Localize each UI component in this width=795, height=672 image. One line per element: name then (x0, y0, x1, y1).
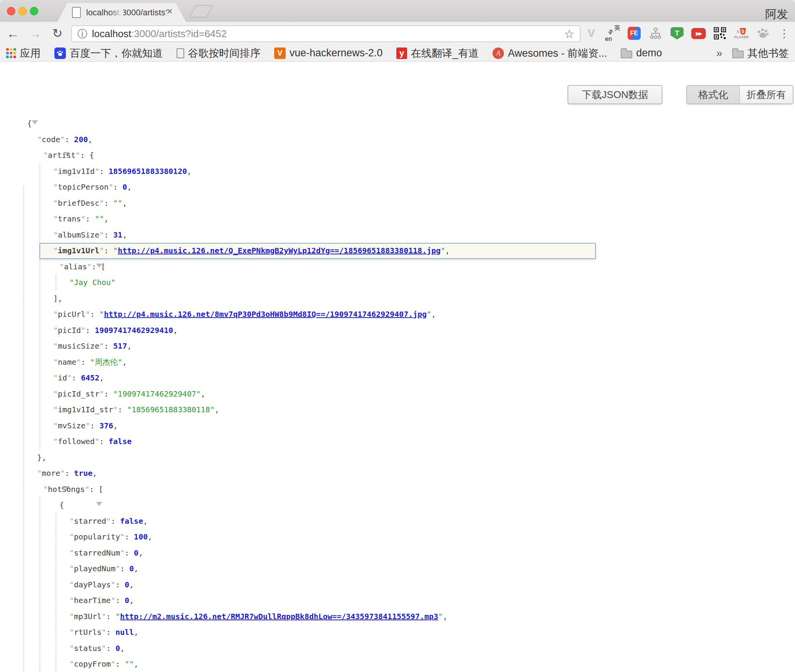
json-key: mp3Url (74, 612, 101, 621)
qrcode-extension-icon[interactable] (709, 22, 731, 45)
bookmark-star-icon[interactable]: ☆ (564, 27, 574, 41)
json-key-quote: " (69, 580, 74, 589)
format-button[interactable]: 格式化 (687, 86, 740, 103)
json-value-number: 0 (123, 182, 127, 192)
json-comma: , (99, 373, 104, 382)
json-comma: , (187, 167, 191, 176)
json-key-quote: " (69, 516, 74, 526)
json-value-number: 376 (99, 421, 113, 430)
tab-close-icon[interactable]: × (164, 5, 175, 17)
qr-code-icon (714, 27, 726, 39)
sitemap-extension-icon[interactable] (645, 22, 666, 45)
paw-extension-icon[interactable] (752, 22, 774, 45)
tampermonkey-extension-icon[interactable]: T (666, 22, 688, 45)
json-key-quote: " (99, 230, 104, 239)
json-key-quote: " (69, 548, 74, 557)
json-colon: : (65, 135, 74, 144)
json-value-number: 0 (129, 564, 134, 573)
json-value-string: "19097417462929407" (113, 389, 201, 398)
json-comma: , (134, 564, 139, 573)
json-key-quote: " (113, 405, 118, 414)
other-bookmarks-folder[interactable]: 其他书签 (732, 46, 789, 60)
collapse-toggle-icon[interactable] (96, 502, 102, 515)
url-text[interactable]: localhost:3000/artists?id=6452 (92, 28, 559, 40)
fullscreen-window-button[interactable] (30, 7, 38, 15)
json-value-number: true (74, 469, 92, 478)
json-value-number: 517 (113, 341, 127, 351)
json-string-quote: " (99, 310, 104, 319)
page-info-icon[interactable]: ⓘ (77, 27, 87, 41)
json-value-link[interactable]: http://p4.music.126.net/8mv7qP30Pd3oHW8b… (104, 310, 427, 319)
json-value-number: 6452 (81, 373, 99, 382)
back-button[interactable]: ← (2, 22, 24, 45)
address-bar[interactable]: ⓘ localhost:3000/artists?id=6452 ☆ (71, 25, 581, 42)
json-key-quote: " (69, 532, 74, 541)
bookmark-youdao-translate[interactable]: y 在线翻译_有道 (396, 46, 479, 60)
bookmarks-bar: 应用 百度一下，你就知道 谷歌按时间排序 V vue-hackernews-2.… (0, 45, 795, 62)
json-colon: : (90, 421, 99, 430)
forward-button[interactable]: → (25, 22, 46, 45)
json-line-img1v1Url: "img1v1Url": "http://p4.music.126.net/Q_… (0, 243, 795, 259)
json-key: followed (58, 437, 95, 446)
view-mode-toggle: 格式化 折叠所有 (686, 85, 793, 104)
bookmarks-overflow-chevron[interactable]: » (716, 47, 722, 59)
bookmark-demo-folder[interactable]: demo (621, 47, 662, 59)
json-colon: : (115, 596, 124, 605)
json-line-copyFrom: "copyFrom": "", (0, 656, 795, 672)
json-key-quote: " (69, 659, 74, 669)
json-line-id: "id": 6452, (0, 370, 795, 386)
json-key: img1v1Url (58, 246, 99, 255)
bookmark-baidu[interactable]: 百度一下，你就知道 (54, 46, 163, 60)
browser-menu-button[interactable]: ⋮ (774, 22, 795, 45)
awesomes-icon: A (492, 48, 504, 59)
json-close-bracket: ], (53, 294, 62, 303)
collapse-all-button[interactable]: 折叠所有 (740, 86, 793, 103)
json-key-quote: " (115, 564, 120, 573)
json-key: dayPlays (74, 580, 111, 589)
json-line-popularity: "popularity": 100, (0, 529, 795, 545)
json-value-link[interactable]: http://p4.music.126.net/Q_ExePNkmgB2yWyL… (118, 246, 441, 255)
json-key: starred (74, 516, 106, 526)
fe-extension-icon[interactable]: FE (623, 22, 645, 45)
json-key: picId (58, 326, 81, 335)
json-key-quote: " (53, 214, 58, 223)
new-tab-button[interactable] (189, 5, 213, 18)
minimize-window-button[interactable] (18, 7, 27, 15)
profile-name[interactable]: 阿发 (765, 7, 788, 22)
html5-player-extension-icon[interactable]: s 5 PLAYER (731, 22, 752, 45)
json-key-quote: " (53, 167, 58, 176)
json-value-link[interactable]: http://m2.music.126.net/RMJR7wDullRqppBk… (120, 612, 438, 621)
vue-gray-icon: V (588, 27, 595, 39)
vue-devtools-extension-icon[interactable]: V (581, 22, 602, 45)
json-key-quote: " (53, 182, 58, 192)
json-line-trans: "trans": "", (0, 211, 795, 227)
json-key-quote: " (111, 580, 115, 589)
json-value-number: 0 (125, 596, 129, 605)
json-comma: , (93, 469, 97, 478)
bookmark-awesomes[interactable]: A Awesomes - 前端资... (492, 46, 607, 60)
video-speed-extension-icon[interactable]: ▶▶ (688, 22, 709, 45)
json-comma: , (143, 516, 148, 526)
json-key: img1v1Id_str (58, 405, 113, 414)
download-json-button[interactable]: 下载JSON数据 (568, 85, 662, 104)
json-colon: : (104, 246, 113, 255)
json-key-quote: " (106, 516, 111, 526)
json-key-quote: " (69, 564, 74, 573)
bookmark-apps[interactable]: 应用 (6, 46, 41, 60)
json-key-quote: " (99, 198, 104, 208)
json-line-mvSize: "mvSize": 376, (0, 418, 795, 434)
translate-extension-icon[interactable]: 英 en ⇄ (602, 22, 623, 45)
bookmark-vue-hackernews[interactable]: V vue-hackernews-2.0 (274, 47, 383, 59)
json-line-status: "status": 0, (0, 641, 795, 657)
other-bookmarks-label: 其他书签 (748, 46, 789, 60)
close-window-button[interactable] (7, 7, 15, 15)
bookmark-google-sort[interactable]: 谷歌按时间排序 (177, 46, 260, 60)
json-line-starred: "starred": false, (0, 513, 795, 529)
json-key: alias (64, 262, 87, 271)
json-key: status (74, 644, 101, 653)
collapse-toggle-icon[interactable] (32, 120, 38, 134)
bookmark-label: demo (636, 47, 662, 59)
reload-button[interactable]: ↻ (47, 22, 68, 45)
bookmark-label: Awesomes - 前端资... (508, 46, 607, 60)
json-colon: : (125, 548, 134, 557)
